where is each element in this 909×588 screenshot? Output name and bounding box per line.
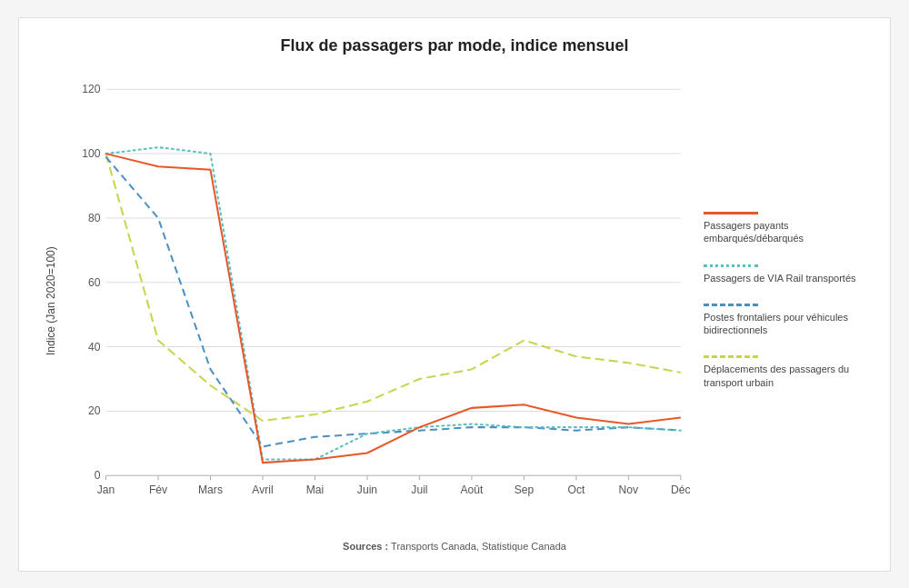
- y-axis-label: Indice (Jan 2020=100): [37, 65, 65, 537]
- svg-text:40: 40: [88, 340, 101, 353]
- chart-svg: 020406080100120JanFévMarsAvrilMaiJuinJui…: [65, 65, 690, 537]
- svg-text:Mai: Mai: [306, 483, 325, 496]
- legend-line: [704, 212, 758, 214]
- legend-item: Déplacements des passagers du transport …: [704, 353, 872, 389]
- svg-text:Fév: Fév: [149, 483, 168, 496]
- svg-text:Déc: Déc: [671, 483, 690, 496]
- legend-item: Passagers de VIA Rail transportés: [704, 262, 872, 284]
- svg-text:Sep: Sep: [514, 483, 534, 496]
- source-label: Sources :: [343, 541, 388, 552]
- svg-text:Juin: Juin: [357, 483, 377, 496]
- chart-container: Flux de passagers par mode, indice mensu…: [18, 17, 891, 572]
- legend-item-text: Passagers payants embarqués/débarqués: [704, 219, 872, 245]
- svg-text:Nov: Nov: [619, 483, 639, 496]
- source-value: Transports Canada, Statistique Canada: [391, 541, 566, 552]
- chart-title: Flux de passagers par mode, indice mensu…: [37, 36, 872, 55]
- legend-item: Postes frontaliers pour véhicules bidire…: [704, 301, 872, 337]
- svg-text:0: 0: [95, 469, 101, 482]
- svg-text:120: 120: [82, 83, 100, 95]
- legend-item-text: Passagers de VIA Rail transportés: [704, 272, 872, 284]
- source-text: Sources : Transports Canada, Statistique…: [37, 541, 872, 552]
- svg-text:60: 60: [88, 275, 101, 288]
- legend-line: [704, 304, 758, 306]
- svg-text:Juil: Juil: [411, 483, 427, 496]
- chart-area: 020406080100120JanFévMarsAvrilMaiJuinJui…: [65, 65, 690, 537]
- svg-text:Oct: Oct: [567, 483, 584, 496]
- legend: Passagers payants embarqués/débarquésPas…: [690, 65, 872, 537]
- svg-text:Avril: Avril: [252, 483, 273, 496]
- legend-line: [704, 264, 758, 267]
- svg-text:80: 80: [88, 211, 101, 224]
- svg-text:Août: Août: [460, 483, 484, 496]
- legend-item-text: Déplacements des passagers du transport …: [704, 363, 872, 389]
- legend-item: Passagers payants embarqués/débarqués: [704, 212, 872, 245]
- svg-text:Mars: Mars: [198, 483, 223, 496]
- svg-text:20: 20: [88, 404, 101, 417]
- svg-text:100: 100: [82, 147, 100, 160]
- legend-item-text: Postes frontaliers pour véhicules bidire…: [704, 311, 872, 337]
- svg-text:Jan: Jan: [97, 483, 115, 496]
- legend-line: [704, 355, 758, 358]
